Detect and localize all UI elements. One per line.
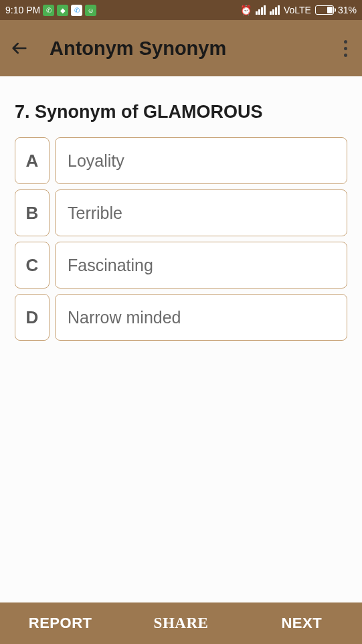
option-a[interactable]: A Loyality (15, 137, 347, 184)
option-text: Terrible (55, 189, 347, 236)
chat-icon: ☺ (85, 5, 96, 16)
alarm-icon: ⏰ (240, 5, 252, 15)
whatsapp-icon: ✆ (43, 5, 54, 16)
question-prompt: Synonym of GLAMOROUS (35, 102, 263, 122)
phone-icon: ✆ (71, 5, 82, 16)
question-number: 7. (15, 102, 30, 122)
report-button[interactable]: REPORT (0, 615, 120, 632)
bottom-bar: REPORT SHARE NEXT (0, 602, 362, 644)
battery-icon (315, 5, 334, 15)
status-bar: 9:10 PM ✆ ◆ ✆ ☺ ⏰ VoLTE 31% (0, 0, 362, 20)
content: 7. Synonym of GLAMOROUS A Loyality B Ter… (0, 76, 362, 341)
option-letter: B (15, 189, 50, 236)
option-text: Fascinating (55, 242, 347, 289)
page-title: Antonym Synonym (50, 37, 226, 60)
share-button[interactable]: SHARE (120, 615, 241, 632)
option-text: Loyality (55, 137, 347, 184)
network-label: VoLTE (284, 5, 311, 15)
overflow-menu-button[interactable] (339, 35, 353, 62)
arrow-left-icon (10, 39, 29, 58)
shield-icon: ◆ (57, 5, 68, 16)
app-bar: Antonym Synonym (0, 20, 362, 76)
next-button[interactable]: NEXT (242, 615, 362, 632)
option-b[interactable]: B Terrible (15, 189, 347, 236)
option-letter: A (15, 137, 50, 184)
dots-icon (344, 40, 347, 44)
signal-icon-2 (270, 5, 280, 15)
back-button[interactable] (9, 38, 29, 58)
battery-percent: 31% (338, 5, 357, 15)
status-time: 9:10 PM (5, 5, 40, 15)
option-d[interactable]: D Narrow minded (15, 294, 347, 341)
option-letter: D (15, 294, 50, 341)
signal-icon-1 (256, 5, 266, 15)
option-letter: C (15, 242, 50, 289)
option-c[interactable]: C Fascinating (15, 242, 347, 289)
option-text: Narrow minded (55, 294, 347, 341)
question-text: 7. Synonym of GLAMOROUS (15, 102, 347, 123)
